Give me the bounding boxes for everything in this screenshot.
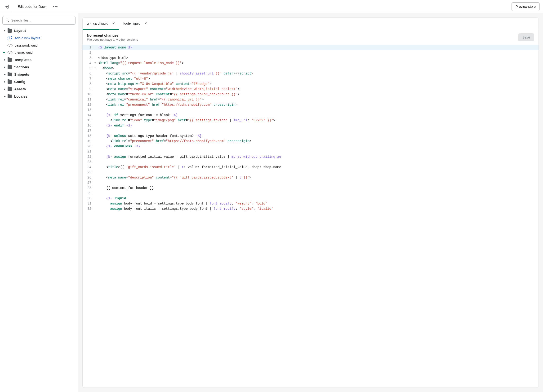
preview-store-button[interactable]: Preview store [512, 2, 540, 11]
fold-icon [94, 185, 97, 191]
fold-icon [94, 144, 97, 149]
folder-layout[interactable]: ▼Layout [2, 27, 75, 34]
fold-icon [94, 180, 97, 185]
more-menu-button[interactable]: ••• [52, 4, 59, 9]
code-line[interactable]: 22 {%- assign formatted_initial_value = … [83, 154, 538, 159]
tab-label: gift_card.liquid [87, 22, 108, 25]
line-number: 10 [83, 92, 94, 97]
code-line[interactable]: 21 [83, 149, 538, 154]
code-line[interactable]: 24 <title>{{ 'gift_cards.issued.title' |… [83, 165, 538, 170]
line-number: 18 [83, 133, 94, 138]
close-icon[interactable]: × [113, 21, 115, 26]
search-box[interactable] [2, 16, 75, 25]
caret-icon: ▶ [3, 73, 6, 76]
code-line[interactable]: 4v<html lang="{{ request.locale.iso_code… [83, 61, 538, 66]
code-line[interactable]: 27 [83, 180, 538, 185]
code-line[interactable]: 16 {%- endif -%} [83, 123, 538, 128]
fold-icon [94, 107, 97, 113]
code-line[interactable]: 32 assign body_font_italic = settings.ty… [83, 206, 538, 211]
line-number: 15 [83, 118, 94, 123]
code-line[interactable]: 11 <link rel="canonical" href="{{ canoni… [83, 97, 538, 102]
add-icon: + [8, 36, 12, 40]
tab-footer-liquid[interactable]: footer.liquid× [119, 18, 151, 30]
code-line[interactable]: 20 {%- endunless -%} [83, 144, 538, 149]
code-content: <!doctype html> [97, 55, 128, 61]
folder-templates[interactable]: ▶Templates [2, 56, 75, 63]
code-line[interactable]: 30 {%- liquid [83, 196, 538, 201]
code-line[interactable]: 12 <link rel="preconnect" href="https://… [83, 102, 538, 107]
code-line[interactable]: 25 [83, 170, 538, 175]
code-line[interactable]: 1{% layout none %} [83, 45, 538, 50]
code-line[interactable]: 2 [83, 50, 538, 55]
info-title: No recent changes [87, 33, 138, 37]
code-line[interactable]: 7 <meta charset="utf-8"> [83, 76, 538, 81]
back-button[interactable] [0, 0, 13, 13]
code-content: <meta name="theme-color" content="{{ set… [97, 92, 240, 97]
code-content: <link rel="preconnect" href="https://cdn… [97, 102, 238, 107]
fold-icon [94, 165, 97, 170]
code-line[interactable]: 6 <script src="{{ 'vendor/qrcode.js' | s… [83, 71, 538, 76]
fold-icon [94, 76, 97, 81]
fold-icon [94, 50, 97, 55]
fold-icon [94, 154, 97, 159]
fold-icon [94, 97, 97, 102]
line-number: 12 [83, 102, 94, 107]
code-content: <meta name="description" content="{{ 'gi… [97, 175, 251, 180]
line-number: 32 [83, 206, 94, 211]
folder-config[interactable]: ▶Config [2, 78, 75, 85]
folder-locales[interactable]: ▶Locales [2, 93, 75, 100]
code-line[interactable]: 26 <meta name="description" content="{{ … [83, 175, 538, 180]
tab-gift_card-liquid[interactable]: gift_card.liquid× [83, 18, 119, 30]
code-content [97, 191, 98, 196]
code-content: {%- assign formatted_initial_value = gif… [97, 154, 281, 159]
line-number: 7 [83, 76, 94, 81]
save-button[interactable]: Save [518, 33, 534, 41]
code-line[interactable]: 18 {%- unless settings.type_header_font.… [83, 133, 538, 138]
fold-icon [94, 113, 97, 118]
code-line[interactable]: 5v <head> [83, 66, 538, 71]
code-content: {%- endunless -%} [97, 144, 140, 149]
code-line[interactable]: 13 [83, 107, 538, 113]
code-line[interactable]: 31 assign body_font_bold = settings.type… [83, 201, 538, 206]
code-content [97, 180, 98, 185]
caret-icon: ▶ [3, 95, 6, 98]
fold-icon [94, 133, 97, 138]
line-number: 31 [83, 201, 94, 206]
fold-icon[interactable]: v [94, 66, 97, 71]
file-theme-liquid[interactable]: {/}theme.liquid [2, 49, 75, 56]
folder-label: Layout [14, 29, 26, 33]
folder-sections[interactable]: ▶Sections [2, 63, 75, 71]
code-line[interactable]: 19 <link rel="preconnect" href="https://… [83, 138, 538, 144]
folder-snippets[interactable]: ▶Snippets [2, 71, 75, 78]
fold-icon [94, 149, 97, 154]
code-line[interactable]: 8 <meta http-equiv="X-UA-Compatible" con… [83, 81, 538, 87]
code-line[interactable]: 28 {{ content_for_header }} [83, 185, 538, 191]
fold-icon[interactable]: v [94, 61, 97, 66]
fold-icon [94, 128, 97, 133]
code-line[interactable]: 3<!doctype html> [83, 55, 538, 61]
line-number: 11 [83, 97, 94, 102]
code-line[interactable]: 10 <meta name="theme-color" content="{{ … [83, 92, 538, 97]
code-content: {%- endif -%} [97, 123, 132, 128]
code-line[interactable]: 14 {%- if settings.favicon != blank -%} [83, 113, 538, 118]
code-line[interactable]: 23 [83, 159, 538, 165]
file-password-liquid[interactable]: {/}password.liquid [2, 42, 75, 49]
close-icon[interactable]: × [145, 21, 147, 26]
info-subtitle: File does not have any other versions [87, 38, 138, 41]
code-line[interactable]: 29 [83, 191, 538, 196]
search-input[interactable] [11, 18, 73, 22]
add-layout-button[interactable]: +Add a new layout [2, 34, 75, 42]
fold-icon [94, 201, 97, 206]
svg-point-0 [6, 19, 8, 21]
editor-panel: gift_card.liquid×footer.liquid× No recen… [82, 17, 539, 388]
line-number: 22 [83, 154, 94, 159]
code-line[interactable]: 9 <meta name="viewport" content="width=d… [83, 87, 538, 92]
folder-assets[interactable]: ▶Assets [2, 85, 75, 93]
code-editor[interactable]: 1{% layout none %}23<!doctype html>4v<ht… [83, 45, 538, 387]
line-number: 24 [83, 165, 94, 170]
code-line[interactable]: 15 <link rel="icon" type="image/png" hre… [83, 118, 538, 123]
editor-main: gift_card.liquid×footer.liquid× No recen… [78, 13, 543, 392]
fold-icon [94, 175, 97, 180]
fold-icon [94, 170, 97, 175]
code-line[interactable]: 17 [83, 128, 538, 133]
